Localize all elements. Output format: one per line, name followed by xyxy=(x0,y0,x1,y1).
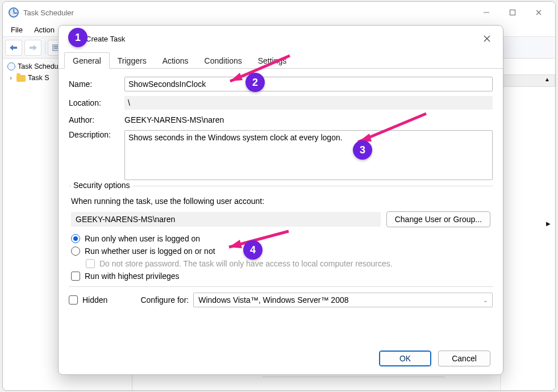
row-author: Author: GEEKY-NARENS-MS\naren xyxy=(69,114,493,126)
dialog-titlebar: Create Task xyxy=(59,26,503,52)
actions-header: ▲ xyxy=(501,74,555,87)
check-label: Run with highest privileges xyxy=(85,272,180,281)
configure-for-label: Configure for: xyxy=(140,295,189,305)
sort-arrow-icon: ▲ xyxy=(544,76,550,82)
expand-icon[interactable]: › xyxy=(7,74,14,82)
label-description: Description: xyxy=(69,130,124,139)
dialog-close-button[interactable] xyxy=(476,30,498,48)
label-location: Location: xyxy=(69,98,124,107)
menu-file[interactable]: File xyxy=(5,24,28,35)
tab-settings[interactable]: Settings xyxy=(250,53,295,68)
clock-icon xyxy=(9,7,19,18)
close-button[interactable] xyxy=(526,4,552,21)
tabstrip: General Triggers Actions Conditions Sett… xyxy=(59,52,503,69)
configure-for-value: Windows Vista™, Windows Server™ 2008 xyxy=(198,295,348,305)
svg-rect-7 xyxy=(30,47,35,49)
security-legend: Security options xyxy=(71,181,132,190)
dialog-title: Create Task xyxy=(66,35,476,43)
separator xyxy=(69,286,493,287)
label-author: Author: xyxy=(69,115,124,124)
tree-lib-label: Task S xyxy=(28,74,49,82)
row-name: Name: xyxy=(69,77,493,91)
actions-panel: ▲ ▶ xyxy=(501,59,555,390)
name-input[interactable] xyxy=(124,77,493,91)
description-input[interactable] xyxy=(124,130,493,180)
tab-general[interactable]: General xyxy=(64,52,110,69)
radio-icon xyxy=(71,247,80,256)
svg-rect-5 xyxy=(12,47,17,49)
check-no-store-password: Do not store password. The task will onl… xyxy=(86,259,493,268)
back-button[interactable] xyxy=(5,40,22,56)
dialog-buttons: OK Cancel xyxy=(379,351,490,366)
checkbox-icon xyxy=(86,259,95,268)
hidden-label: Hidden xyxy=(82,295,107,305)
tab-actions[interactable]: Actions xyxy=(155,53,197,68)
chevron-down-icon: ⌄ xyxy=(483,297,488,303)
svg-rect-1 xyxy=(510,10,515,15)
security-caption: When running the task, use the following… xyxy=(71,197,493,206)
configure-for-select[interactable]: Windows Vista™, Windows Server™ 2008 ⌄ xyxy=(193,293,493,307)
dialog-body: Name: Location: \ Author: GEEKY-NARENS-M… xyxy=(59,69,503,307)
radio-run-when-logged-on[interactable]: Run only when user is logged on xyxy=(71,234,493,243)
folder-icon xyxy=(16,75,26,82)
window-title: Task Scheduler xyxy=(23,9,74,17)
clock-icon xyxy=(7,62,15,70)
row-description: Description: xyxy=(69,130,493,180)
security-options-group: Security options When running the task, … xyxy=(69,186,493,281)
expand-arrow-icon[interactable]: ▶ xyxy=(546,220,551,227)
radio-run-whether-logged-on[interactable]: Run whether user is logged on or not xyxy=(71,247,493,256)
author-value: GEEKY-NARENS-MS\naren xyxy=(124,114,493,126)
label-name: Name: xyxy=(69,80,124,89)
radio-icon xyxy=(71,234,80,243)
security-account: GEEKY-NARENS-MS\naren xyxy=(71,212,381,227)
check-label: Do not store password. The task will onl… xyxy=(99,259,393,268)
row-location: Location: \ xyxy=(69,96,493,110)
radio-label: Run only when user is logged on xyxy=(85,234,200,243)
bottom-status-pane xyxy=(263,377,445,389)
create-task-dialog: Create Task General Triggers Actions Con… xyxy=(58,25,503,375)
minimize-button[interactable] xyxy=(473,4,499,21)
tab-triggers[interactable]: Triggers xyxy=(110,53,155,68)
check-hidden[interactable]: Hidden xyxy=(69,295,107,305)
cancel-button[interactable]: Cancel xyxy=(438,351,490,366)
menu-action[interactable]: Action xyxy=(28,24,60,35)
maximize-button[interactable] xyxy=(499,4,526,21)
tab-conditions[interactable]: Conditions xyxy=(197,53,250,68)
location-value: \ xyxy=(124,96,493,110)
forward-button[interactable] xyxy=(24,40,41,56)
check-highest-privileges[interactable]: Run with highest privileges xyxy=(71,272,493,281)
checkbox-icon xyxy=(69,295,78,305)
ok-button[interactable]: OK xyxy=(379,351,431,366)
change-user-button[interactable]: Change User or Group... xyxy=(386,211,490,227)
titlebar: Task Scheduler xyxy=(3,2,555,23)
checkbox-icon xyxy=(71,272,80,281)
radio-label: Run whether user is logged on or not xyxy=(85,247,215,256)
